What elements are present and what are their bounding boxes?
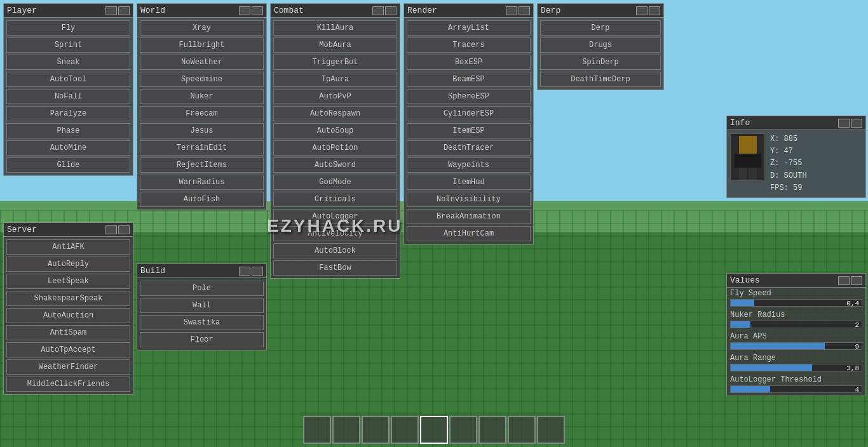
menu-btn-killaura[interactable]: KillAura [273, 20, 397, 36]
hotbar-slot-4[interactable] [391, 416, 419, 444]
menu-btn-autoblock[interactable]: AutoBlock [273, 243, 397, 258]
hotbar-slot-7[interactable] [478, 416, 506, 444]
menu-btn-godmode[interactable]: GodMode [273, 175, 397, 190]
stat-z: Z: -755 [770, 157, 807, 170]
hotbar-slot-5[interactable] [420, 416, 448, 444]
build-panel-btns [239, 267, 263, 276]
menu-btn-automine[interactable]: AutoMine [6, 140, 130, 156]
menu-btn-itemesp[interactable]: ItemESP [407, 123, 531, 138]
menu-btn-fastbow[interactable]: FastBow [273, 260, 397, 276]
menu-btn-antihurtcam[interactable]: AntiHurtCam [407, 226, 531, 241]
menu-btn-cylinderesp[interactable]: CylinderESP [407, 106, 531, 121]
slider-track-2[interactable]: 9 [730, 342, 862, 350]
player-panel-btn1[interactable] [105, 6, 117, 15]
build-panel-btn1[interactable] [239, 267, 250, 276]
menu-btn-shakespearspeak[interactable]: ShakespearSpeak [6, 291, 130, 306]
menu-btn-autofish[interactable]: AutoFish [140, 192, 264, 207]
menu-btn-floor[interactable]: Floor [140, 332, 264, 347]
menu-btn-itemhud[interactable]: ItemHud [407, 175, 531, 190]
world-panel-content: XrayFullbrightNoWeatherSpeedmineNukerFre… [137, 18, 266, 210]
menu-btn-sphereesp[interactable]: SphereESP [407, 89, 531, 104]
slider-track-0[interactable]: 0,4 [730, 299, 862, 307]
menu-btn-fullbright[interactable]: Fullbright [140, 37, 264, 53]
menu-btn-pole[interactable]: Pole [140, 281, 264, 296]
menu-btn-waypoints[interactable]: Waypoints [407, 157, 531, 173]
build-panel-btn2[interactable] [252, 267, 263, 276]
menu-btn-weatherfinder[interactable]: WeatherFinder [6, 359, 130, 375]
menu-btn-spinderp[interactable]: SpinDerp [540, 55, 661, 70]
info-panel-btn2[interactable] [851, 119, 862, 128]
menu-btn-triggerbot[interactable]: TriggerBot [273, 55, 397, 70]
menu-btn-speedmine[interactable]: Speedmine [140, 72, 264, 87]
hotbar-slot-2[interactable] [332, 416, 360, 444]
server-panel-btn1[interactable] [105, 225, 117, 234]
menu-btn-xray[interactable]: Xray [140, 20, 264, 36]
hotbar-slot-3[interactable] [362, 416, 390, 444]
derp-panel-btn1[interactable] [636, 6, 648, 15]
menu-btn-wall[interactable]: Wall [140, 298, 264, 313]
menu-btn-jesus[interactable]: Jesus [140, 123, 264, 138]
menu-btn-paralyze[interactable]: Paralyze [6, 106, 130, 121]
player-panel-btn2[interactable] [118, 6, 130, 15]
menu-btn-sprint[interactable]: Sprint [6, 37, 130, 53]
menu-btn-warnradius[interactable]: WarnRadius [140, 175, 264, 190]
menu-btn-fly[interactable]: Fly [6, 20, 130, 36]
combat-panel-btn1[interactable] [372, 6, 384, 15]
menu-btn-glide[interactable]: Glide [6, 157, 130, 173]
menu-btn-deathtracer[interactable]: DeathTracer [407, 140, 531, 156]
render-panel-btn1[interactable] [506, 6, 517, 15]
render-panel-btn2[interactable] [519, 6, 530, 15]
menu-btn-swastika[interactable]: Swastika [140, 315, 264, 330]
menu-btn-rejectitems[interactable]: RejectItems [140, 157, 264, 173]
combat-panel-btn2[interactable] [385, 6, 397, 15]
hotbar-slot-1[interactable] [303, 416, 331, 444]
menu-btn-autopotion[interactable]: AutoPotion [273, 140, 397, 156]
server-panel-btn2[interactable] [118, 225, 130, 234]
hotbar-slot-8[interactable] [508, 416, 536, 444]
values-panel-btns [838, 276, 862, 285]
menu-btn-nofall[interactable]: NoFall [6, 89, 130, 104]
menu-btn-autotpaccept[interactable]: AutoTpAccept [6, 342, 130, 357]
menu-btn-noinvisibility[interactable]: NoInvisibility [407, 192, 531, 207]
world-panel-btn1[interactable] [239, 6, 250, 15]
slider-track-3[interactable]: 3,8 [730, 364, 862, 371]
world-panel-btn2[interactable] [252, 6, 263, 15]
hotbar-slot-6[interactable] [449, 416, 477, 444]
values-panel-btn1[interactable] [838, 276, 850, 285]
menu-btn-nuker[interactable]: Nuker [140, 89, 264, 104]
menu-btn-criticals[interactable]: Criticals [273, 192, 397, 207]
menu-btn-autosoup[interactable]: AutoSoup [273, 123, 397, 138]
menu-btn-beamesp[interactable]: BeamESP [407, 72, 531, 87]
menu-btn-antispam[interactable]: AntiSpam [6, 325, 130, 340]
slider-label-1: Nuker Radius [730, 310, 862, 319]
menu-btn-breakanimation[interactable]: BreakAnimation [407, 209, 531, 224]
menu-btn-autoreply[interactable]: AutoReply [6, 257, 130, 272]
info-panel-btn1[interactable] [838, 119, 850, 128]
menu-btn-antiafk[interactable]: AntiAFK [6, 239, 130, 255]
slider-track-1[interactable]: 2 [730, 321, 862, 328]
menu-btn-sneak[interactable]: Sneak [6, 55, 130, 70]
menu-btn-terrainedit[interactable]: TerrainEdit [140, 140, 264, 156]
menu-btn-autopvp[interactable]: AutoPvP [273, 89, 397, 104]
menu-btn-drugs[interactable]: Drugs [540, 37, 661, 53]
menu-btn-autorespawn[interactable]: AutoRespawn [273, 106, 397, 121]
menu-btn-derp[interactable]: Derp [540, 20, 661, 36]
menu-btn-deathtimederp[interactable]: DeathTimeDerp [540, 72, 661, 87]
menu-btn-tracers[interactable]: Tracers [407, 37, 531, 53]
menu-btn-phase[interactable]: Phase [6, 123, 130, 138]
menu-btn-leetspeak[interactable]: LeetSpeak [6, 274, 130, 289]
menu-btn-autoauction[interactable]: AutoAuction [6, 308, 130, 323]
slider-track-4[interactable]: 4 [730, 385, 862, 393]
menu-btn-freecam[interactable]: Freecam [140, 106, 264, 121]
menu-btn-tpaura[interactable]: TpAura [273, 72, 397, 87]
menu-btn-middleclickfriends[interactable]: MiddleClickFriends [6, 377, 130, 392]
values-panel-btn2[interactable] [851, 276, 862, 285]
menu-btn-autosword[interactable]: AutoSword [273, 157, 397, 173]
menu-btn-noweather[interactable]: NoWeather [140, 55, 264, 70]
derp-panel-btn2[interactable] [649, 6, 660, 15]
menu-btn-arraylist[interactable]: ArrayList [407, 20, 531, 36]
menu-btn-autotool[interactable]: AutoTool [6, 72, 130, 87]
hotbar-slot-9[interactable] [537, 416, 565, 444]
menu-btn-mobaura[interactable]: MobAura [273, 37, 397, 53]
menu-btn-boxesp[interactable]: BoxESP [407, 55, 531, 70]
